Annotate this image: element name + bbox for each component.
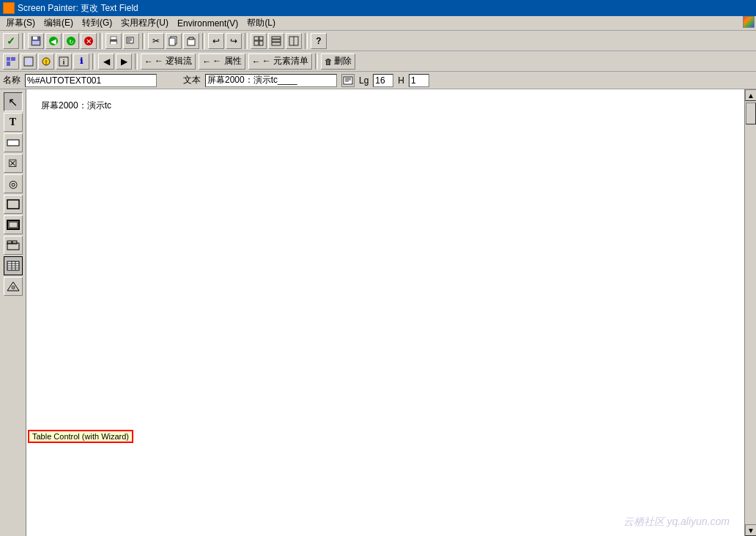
tb-sep2 <box>100 33 103 49</box>
lg-label: Lg <box>359 75 368 86</box>
input-field-tool[interactable] <box>4 133 23 152</box>
text-label: 文本 <box>183 74 201 86</box>
copy-button[interactable] <box>166 33 182 49</box>
svg-rect-11 <box>111 42 116 44</box>
scroll-up-button[interactable]: ▲ <box>745 89 756 101</box>
toolbar2: ! i ℹ ◀ ▶ ← ← 逻辑流 ← ← 属性 ← ← 元素清单 🗑 删除 <box>0 51 756 72</box>
property-button[interactable]: ← ← 属性 <box>199 53 245 70</box>
print-button[interactable] <box>105 33 122 49</box>
svg-rect-38 <box>344 77 352 84</box>
name-input[interactable] <box>25 74 157 87</box>
lg-input[interactable] <box>373 74 393 87</box>
toolbtn4[interactable]: i <box>56 53 72 70</box>
toolbtn2[interactable] <box>21 53 37 70</box>
element-menu-button[interactable]: ← ← 元素清单 <box>248 53 312 70</box>
frame-tool[interactable] <box>4 195 23 214</box>
toolbtn5[interactable]: ℹ <box>73 53 89 70</box>
text-tool[interactable]: T <box>4 113 23 132</box>
radio-tool[interactable]: ◎ <box>4 174 23 193</box>
svg-rect-20 <box>254 37 259 40</box>
svg-text:✕: ✕ <box>86 37 92 45</box>
layout3-button[interactable] <box>286 33 302 49</box>
svg-text:⚙: ⚙ <box>11 285 15 290</box>
svg-rect-43 <box>7 200 19 209</box>
delete-label: 删除 <box>334 55 352 67</box>
svg-text:!: ! <box>45 59 48 66</box>
menu-help[interactable]: 帮助(L) <box>242 16 280 30</box>
svg-text:↻: ↻ <box>69 39 74 45</box>
svg-rect-29 <box>7 57 10 61</box>
tb2-sep3 <box>315 53 318 70</box>
tooltip-text: Table Control (with Wizard) <box>32 432 129 441</box>
find-button[interactable] <box>123 33 139 49</box>
canvas-scrollbar[interactable]: ▲ ▼ <box>744 89 756 536</box>
menu-utils[interactable]: 实用程序(U) <box>116 16 173 30</box>
subscreen-tool[interactable] <box>4 215 23 234</box>
menu-screen[interactable]: 屏幕(S) <box>1 16 40 30</box>
title-text: Screen Painter: 更改 Text Field <box>18 2 138 15</box>
svg-rect-31 <box>7 62 10 66</box>
undo-button[interactable]: ↩ <box>208 33 224 49</box>
logic-flow-label: ← 逻辑流 <box>155 55 192 67</box>
nav-prev-button[interactable]: ◀ <box>98 53 114 70</box>
logic-flow-button[interactable]: ← ← 逻辑流 <box>141 53 196 70</box>
svg-rect-21 <box>259 37 263 40</box>
save-button[interactable] <box>28 33 44 49</box>
toolbtn3[interactable]: ! <box>38 53 54 70</box>
watermark-text: 云栖社区 yq.aliyun.com <box>623 515 730 527</box>
refresh-button[interactable]: ↻ <box>63 33 79 49</box>
h-label: H <box>398 75 404 86</box>
stop-button[interactable]: ✕ <box>81 33 97 49</box>
text-field-icon <box>341 74 355 87</box>
main-area: ↖ T ☒ ◎ ⚙ 屏幕2000：演示tc <box>0 89 756 536</box>
layout1-button[interactable] <box>251 33 267 49</box>
toolbtn1[interactable] <box>3 53 19 70</box>
tabstrip-tool[interactable] <box>4 236 23 255</box>
redo-button[interactable]: ↪ <box>226 33 242 49</box>
property-arrow: ← <box>202 56 211 67</box>
scroll-down-button[interactable]: ▼ <box>745 524 756 536</box>
svg-rect-2 <box>32 41 40 45</box>
nav-next-button[interactable]: ▶ <box>116 53 132 70</box>
watermark: 云栖社区 yq.aliyun.com <box>623 515 730 529</box>
svg-rect-22 <box>254 41 259 45</box>
title-bar: Screen Painter: 更改 Text Field <box>0 0 756 16</box>
canvas-area[interactable]: 屏幕2000：演示tc Table Control (with Wizard) … <box>26 89 744 536</box>
svg-rect-42 <box>7 140 19 146</box>
tb2-sep1 <box>92 53 95 70</box>
svg-rect-24 <box>272 37 281 39</box>
menu-goto[interactable]: 转到(G) <box>78 16 116 30</box>
svg-rect-33 <box>26 59 32 64</box>
scroll-thumb[interactable] <box>746 103 756 124</box>
back-button[interactable]: ◀ <box>45 33 62 49</box>
help-button[interactable]: ? <box>311 33 327 49</box>
menu-edit[interactable]: 编辑(E) <box>40 16 78 30</box>
svg-rect-26 <box>272 42 281 45</box>
tb-sep1 <box>22 33 25 49</box>
h-input[interactable] <box>409 74 429 87</box>
menu-environment[interactable]: Environment(V) <box>173 18 242 29</box>
tb-sep4 <box>202 33 205 49</box>
canvas-screen-text: 屏幕2000：演示tc <box>41 100 111 112</box>
delete-button[interactable]: 🗑 删除 <box>321 53 355 70</box>
check-button[interactable]: ✓ <box>3 33 19 49</box>
table-tool[interactable] <box>4 256 23 275</box>
svg-rect-25 <box>272 40 281 42</box>
select-tool[interactable]: ↖ <box>4 92 23 111</box>
cut-button[interactable]: ✂ <box>148 33 164 49</box>
logic-flow-arrow: ← <box>144 56 153 67</box>
paste-button[interactable] <box>183 33 199 49</box>
layout2-button[interactable] <box>268 33 284 49</box>
tb2-sep2 <box>135 53 138 70</box>
tb-sep3 <box>142 33 145 49</box>
name-label: 名称 <box>3 74 21 86</box>
svg-rect-1 <box>33 37 37 40</box>
table-control-tooltip: Table Control (with Wizard) <box>28 430 133 443</box>
name-bar: 名称 文本 Lg H <box>0 72 756 89</box>
property-label: ← 属性 <box>212 55 241 67</box>
text-input[interactable] <box>205 74 337 87</box>
checkbox-tool[interactable]: ☒ <box>4 154 23 173</box>
svg-text:◀: ◀ <box>51 37 56 45</box>
custom-tool[interactable]: ⚙ <box>4 277 23 296</box>
toolbox: ↖ T ☒ ◎ ⚙ <box>0 89 26 536</box>
